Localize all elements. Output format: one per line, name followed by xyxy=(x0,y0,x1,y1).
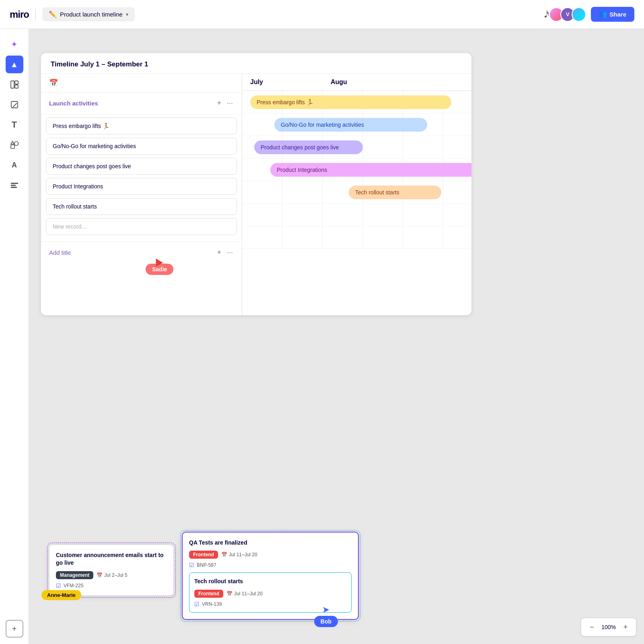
task-name: Tech rollout starts xyxy=(53,203,97,210)
gantt-bar-gonogo[interactable]: Go/No-Go for marketing activities xyxy=(274,118,427,132)
timeline-header: Timeline July 1 – September 1 xyxy=(41,53,471,74)
gantt-row-1: Press embargo lifts 🏃 xyxy=(242,91,471,114)
gantt-row-6 xyxy=(242,204,471,226)
avatar-2[interactable] xyxy=(572,7,586,22)
task-name: Press embargo lifts 🏃 xyxy=(53,123,109,129)
calendar-small-icon: 📅 xyxy=(97,572,103,578)
task-item[interactable]: Product Integrations xyxy=(46,178,237,195)
share-label: Share xyxy=(609,11,626,18)
task-item[interactable]: Press embargo lifts 🏃 xyxy=(46,118,237,134)
calendar-icon-header: 📅 xyxy=(41,74,242,93)
task-item[interactable]: Product changes post goes live xyxy=(46,158,237,175)
section-title: Launch activities xyxy=(49,100,98,107)
gantt-month-july: July xyxy=(242,74,323,91)
card-tech-date: 📅 Jul 11–Jul 20 xyxy=(226,591,263,597)
sidebar-tool-add[interactable]: + xyxy=(6,620,23,638)
gantt-rows: Press embargo lifts 🏃 Go/No-Go for marke… xyxy=(242,91,471,249)
task-name: Product changes post goes live xyxy=(53,163,131,169)
zoom-in-button[interactable]: + xyxy=(620,621,631,633)
gantt-bar-integrations[interactable]: Product Integrations xyxy=(270,163,471,177)
sidebar-tool-align[interactable] xyxy=(6,176,23,194)
sidebar-tool-text[interactable]: T xyxy=(6,116,23,134)
zoom-value: 100% xyxy=(599,624,618,630)
gantt-row-3: Product changes post goes live xyxy=(242,136,471,159)
gantt-row-4: Product Integrations xyxy=(242,159,471,181)
task-item[interactable]: Tech rollout starts xyxy=(46,198,237,215)
add-section-button[interactable]: + xyxy=(216,98,222,108)
task-list: Press embargo lifts 🏃 Go/No-Go for marke… xyxy=(41,114,242,242)
card-tech-tag: Frontend xyxy=(194,590,223,598)
share-icon: 👥 xyxy=(599,10,607,18)
gantt-bar-product-changes[interactable]: Product changes post goes live xyxy=(254,140,363,154)
card-anne-marie[interactable]: Customer announcement emails start to go… xyxy=(49,545,174,596)
card-anne-marie-title: Customer announcement emails start to go… xyxy=(56,551,167,567)
left-panel: 📅 Launch activities + ··· Press embargo … xyxy=(41,74,242,315)
sidebar-tool-note[interactable] xyxy=(6,96,23,114)
miro-logo: miro xyxy=(10,9,29,20)
pencil-icon: ✏️ xyxy=(49,10,57,18)
new-record-item[interactable]: New record... xyxy=(46,218,237,235)
card-tech-title: Tech rollout starts xyxy=(194,578,346,586)
task-item[interactable]: Go/No-Go for marketing activities xyxy=(46,138,237,155)
bob-label: Bob xyxy=(314,616,338,627)
add-title-more-button[interactable]: ··· xyxy=(226,248,234,258)
sidebar-tool-shapes[interactable] xyxy=(6,136,23,154)
nav-divider xyxy=(35,9,36,20)
svg-rect-2 xyxy=(15,85,18,88)
more-section-button[interactable]: ··· xyxy=(226,98,234,108)
bob-cursor: ➤ Bob xyxy=(314,605,338,627)
sidebar-tool-text2[interactable]: A xyxy=(6,156,23,174)
chevron-down-icon: ▾ xyxy=(126,12,128,17)
card-anne-marie-date: 📅 Jul 2–Jul 5 xyxy=(97,572,127,578)
add-title-add-button[interactable]: + xyxy=(216,248,222,258)
svg-rect-9 xyxy=(11,187,17,188)
top-nav: miro ✏️ Product launch timeline ▾ 𝅘𝅥𝅯𝅘𝅥𝅯… xyxy=(0,0,644,29)
avatars: V xyxy=(549,7,586,22)
calendar-small-icon3: 📅 xyxy=(226,591,232,597)
new-record-placeholder: New record... xyxy=(53,223,86,230)
svg-point-5 xyxy=(14,142,18,146)
svg-rect-1 xyxy=(15,81,18,84)
card-qa-meta: Frontend 📅 Jul 11–Jul 20 xyxy=(189,551,352,559)
doc-title-label: Product launch timeline xyxy=(60,11,123,18)
card-qa-tag: Frontend xyxy=(189,551,218,559)
card-anne-marie-tag: Management xyxy=(56,571,93,579)
checkbox-icon-qa: ☑ xyxy=(189,562,194,568)
gantt-panel: July Augu Press embargo lifts 🏃 xyxy=(242,74,471,315)
gantt-bg-stripes-6 xyxy=(242,204,471,226)
anne-marie-label: Anne-Marie xyxy=(41,590,81,600)
zoom-out-button[interactable]: − xyxy=(586,621,597,633)
gantt-bg-stripes-7 xyxy=(242,226,471,248)
svg-marker-6 xyxy=(11,141,14,144)
cursor-arrow-bob: ➤ xyxy=(322,605,329,615)
sidebar-tool-sparkle[interactable]: ✦ xyxy=(6,35,23,53)
task-name: Go/No-Go for marketing activities xyxy=(53,143,136,149)
gantt-bar-embargo[interactable]: Press embargo lifts 🏃 xyxy=(250,95,451,109)
card-qa[interactable]: QA Tests are finalized Frontend 📅 Jul 11… xyxy=(182,532,359,620)
zoom-bar: − 100% + xyxy=(581,618,636,636)
card-selection-border-purple xyxy=(47,543,176,598)
section-header: Launch activities + ··· xyxy=(41,93,242,114)
timeline-title: Timeline July 1 – September 1 xyxy=(51,60,148,68)
gantt-month-header: July Augu xyxy=(242,74,471,91)
gantt-row-5: Tech rollout starts xyxy=(242,181,471,204)
add-title-label: Add title xyxy=(49,249,71,256)
gantt-month-august: Augu xyxy=(323,74,403,91)
svg-rect-3 xyxy=(11,101,18,108)
gantt-row-2: Go/No-Go for marketing activities xyxy=(242,114,471,136)
card-qa-ticket: ☑ BNP-587 xyxy=(189,562,352,568)
svg-rect-8 xyxy=(11,185,16,186)
sidebar-tool-layout[interactable] xyxy=(6,76,23,93)
svg-rect-7 xyxy=(11,183,18,184)
gantt-row-7 xyxy=(242,226,471,249)
gantt-bar-tech-rollout[interactable]: Tech rollout starts xyxy=(349,186,441,199)
timeline-widget: Timeline July 1 – September 1 📅 Launch a… xyxy=(41,53,471,315)
doc-title-button[interactable]: ✏️ Product launch timeline ▾ xyxy=(42,7,135,21)
checkbox-icon: ☑ xyxy=(56,582,61,589)
calendar-icon: 📅 xyxy=(49,79,58,87)
sidebar-tool-cursor[interactable]: ▲ xyxy=(6,56,23,73)
nav-right: 𝅘𝅥𝅯𝅘𝅥𝅯 V 👥 Share xyxy=(544,7,634,22)
share-button[interactable]: 👥 Share xyxy=(591,7,634,22)
card-anne-marie-meta: Management 📅 Jul 2–Jul 5 xyxy=(56,571,167,579)
left-sidebar: ✦ ▲ T A + xyxy=(0,29,29,644)
